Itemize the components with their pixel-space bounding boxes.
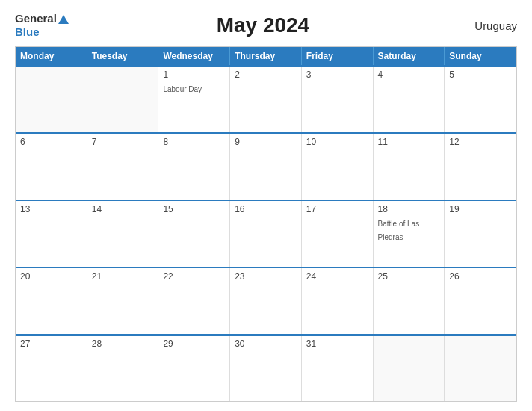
- cell-w4-sat: 25: [374, 268, 445, 334]
- day-num: 15: [163, 204, 225, 214]
- cell-w3-wed: 15: [158, 201, 230, 267]
- week-5: 27 28 29 30 31: [16, 334, 516, 401]
- logo-blue-text: Blue: [15, 25, 40, 38]
- day-num: 11: [378, 137, 440, 147]
- cell-w5-mon: 27: [16, 336, 87, 401]
- cell-w5-tue: 28: [87, 336, 159, 401]
- day-num: 24: [306, 271, 368, 282]
- day-num: 3: [306, 69, 368, 80]
- cell-w4-tue: 21: [87, 268, 159, 334]
- day-num: 14: [92, 204, 154, 214]
- calendar: Monday Tuesday Wednesday Thursday Friday…: [15, 46, 517, 402]
- calendar-header: Monday Tuesday Wednesday Thursday Friday…: [16, 47, 516, 65]
- header-wednesday: Wednesday: [158, 47, 230, 65]
- day-num: 28: [92, 339, 154, 349]
- cell-w2-mon: 6: [16, 134, 87, 200]
- cell-w3-tue: 14: [87, 201, 159, 267]
- cell-w3-sat: 18 Battle of Las Piedras: [374, 201, 445, 267]
- cell-w1-sat: 4: [374, 67, 445, 132]
- cell-w4-mon: 20: [16, 268, 87, 334]
- cell-w5-sun: [445, 336, 516, 401]
- day-num: 13: [20, 204, 82, 214]
- day-num: 19: [449, 204, 512, 214]
- cell-w5-thu: 30: [230, 336, 302, 401]
- cell-w2-sat: 11: [374, 134, 445, 200]
- day-num: 26: [449, 271, 512, 282]
- week-3: 13 14 15 16 17 18 Battle of Las Piedras …: [16, 200, 516, 267]
- cell-w1-tue: [87, 67, 159, 132]
- day-num: 25: [378, 271, 440, 282]
- cell-w2-sun: 12: [445, 134, 516, 200]
- day-num: 23: [235, 271, 297, 282]
- day-num: 20: [20, 271, 82, 282]
- cell-w4-sun: 26: [445, 268, 516, 334]
- day-num: 21: [92, 271, 154, 282]
- cell-w4-fri: 24: [302, 268, 374, 334]
- cell-w5-wed: 29: [158, 336, 230, 401]
- day-num: 12: [449, 137, 512, 147]
- day-num: 31: [306, 339, 368, 349]
- cell-w3-mon: 13: [16, 201, 87, 267]
- logo: General Blue: [15, 12, 69, 39]
- day-num: 9: [235, 137, 297, 147]
- week-4: 20 21 22 23 24 25 26: [16, 267, 516, 334]
- day-event: Battle of Las Piedras: [378, 220, 420, 241]
- cell-w5-fri: 31: [302, 336, 374, 401]
- logo-top: General: [15, 12, 69, 25]
- week-2: 6 7 8 9 10 11 12: [16, 132, 516, 200]
- header-sunday: Sunday: [445, 47, 516, 65]
- cell-w1-wed: 1 Labour Day: [158, 67, 230, 132]
- calendar-title: May 2024: [69, 13, 457, 37]
- header-monday: Monday: [16, 47, 87, 65]
- cell-w2-tue: 7: [87, 134, 159, 200]
- header: General Blue May 2024 Uruguay: [15, 12, 517, 39]
- header-tuesday: Tuesday: [87, 47, 159, 65]
- cell-w3-thu: 16: [230, 201, 302, 267]
- logo-triangle-icon: [58, 15, 69, 24]
- day-num: 1: [163, 69, 225, 80]
- cell-w2-wed: 8: [158, 134, 230, 200]
- day-num: 22: [163, 271, 225, 282]
- day-num: 6: [20, 137, 82, 147]
- cell-w3-sun: 19: [445, 201, 516, 267]
- country-label: Uruguay: [457, 19, 517, 32]
- day-num: 16: [235, 204, 297, 214]
- day-num: 10: [306, 137, 368, 147]
- day-num: 8: [163, 137, 225, 147]
- cell-w1-mon: [16, 67, 87, 132]
- header-thursday: Thursday: [230, 47, 302, 65]
- week-1: 1 Labour Day 2 3 4 5: [16, 65, 516, 132]
- day-num: 30: [235, 339, 297, 349]
- day-num: 17: [306, 204, 368, 214]
- logo-bottom: Blue: [15, 25, 40, 39]
- day-num: 4: [378, 69, 440, 80]
- day-num: 29: [163, 339, 225, 349]
- calendar-body: 1 Labour Day 2 3 4 5 6 7: [16, 65, 516, 401]
- cell-w2-thu: 9: [230, 134, 302, 200]
- cell-w1-thu: 2: [230, 67, 302, 132]
- cell-w4-wed: 22: [158, 268, 230, 334]
- cell-w1-fri: 3: [302, 67, 374, 132]
- cell-w4-thu: 23: [230, 268, 302, 334]
- day-num: 2: [235, 69, 297, 80]
- header-saturday: Saturday: [374, 47, 445, 65]
- day-num: 7: [92, 137, 154, 147]
- cell-w1-sun: 5: [445, 67, 516, 132]
- day-num: 18: [378, 204, 440, 214]
- header-friday: Friday: [302, 47, 374, 65]
- page: General Blue May 2024 Uruguay Monday Tue…: [0, 0, 532, 411]
- day-event: Labour Day: [163, 85, 202, 93]
- day-num: 5: [449, 69, 512, 80]
- day-num: 27: [20, 339, 82, 349]
- logo-general-text: General: [15, 12, 69, 25]
- cell-w3-fri: 17: [302, 201, 374, 267]
- cell-w2-fri: 10: [302, 134, 374, 200]
- cell-w5-sat: [374, 336, 445, 401]
